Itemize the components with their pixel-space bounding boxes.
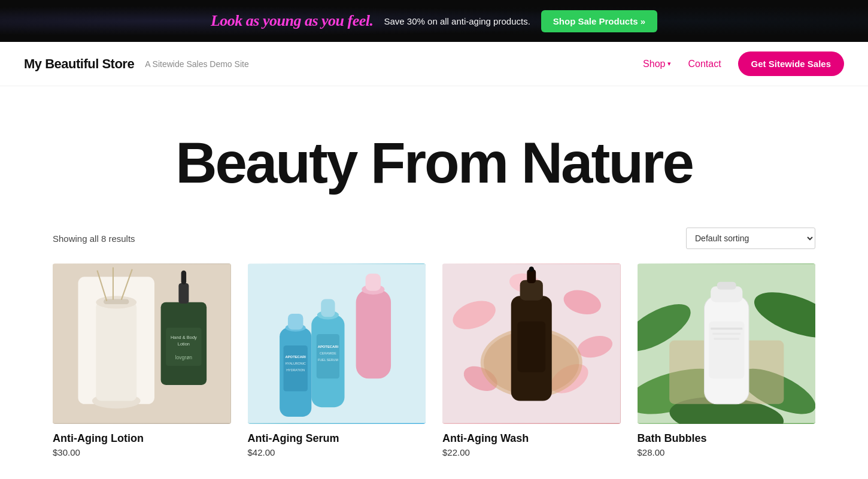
shop-label: Shop [643,59,665,69]
nav-shop-link[interactable]: Shop ▾ [643,59,671,69]
get-sitewide-sales-button[interactable]: Get Sitewide Sales [738,51,844,76]
product-card[interactable]: APOTECARI CERAMIDE FUEL SERUM APOTECARI … [248,263,426,457]
product-card[interactable]: Hand & Body Lotion lovgrøn Anti-Aging Lo… [53,263,231,457]
product-image-wash [442,263,621,424]
product-name: Anti-Aging Wash [442,432,621,445]
product-image-serum: APOTECARI CERAMIDE FUEL SERUM APOTECARI … [248,263,426,424]
product-name: Anti-Aging Lotion [53,432,231,445]
svg-text:FUEL SERUM: FUEL SERUM [317,358,338,362]
nav-contact-link[interactable]: Contact [688,59,721,69]
product-card[interactable]: Anti-Aging Wash$22.00 [442,263,621,457]
svg-rect-47 [517,322,545,372]
svg-rect-5 [104,299,129,305]
product-name: Anti-Aging Serum [248,432,426,445]
chevron-down-icon: ▾ [667,60,671,68]
banner-text: Save 30% on all anti-aging products. [384,16,530,26]
products-section: Showing all 8 results Default sortingSor… [0,216,868,479]
svg-rect-61 [712,333,740,335]
promo-banner: Look as young as you feel. Save 30% on a… [0,0,868,42]
svg-rect-3 [96,302,136,401]
svg-rect-22 [321,299,335,317]
product-price: $30.00 [53,447,231,457]
product-card[interactable]: Bath Bubbles$28.00 [638,263,816,457]
product-price: $42.00 [248,447,426,457]
products-toolbar: Showing all 8 results Default sortingSor… [53,228,815,249]
svg-rect-8 [181,271,187,284]
product-name: Bath Bubbles [638,432,816,445]
svg-rect-19 [365,274,381,291]
store-subtitle: A Sitewide Sales Demo Site [145,59,249,69]
svg-text:CERAMIDE: CERAMIDE [319,351,336,355]
store-name: My Beautiful Store [24,56,134,72]
hero-section: Beauty From Nature [0,86,868,216]
svg-text:APOTECARI: APOTECARI [317,345,338,348]
product-price: $22.00 [442,447,621,457]
svg-rect-58 [717,282,736,290]
svg-rect-60 [711,328,742,329]
svg-rect-29 [287,314,303,330]
svg-point-46 [529,266,535,272]
product-price: $28.00 [638,447,816,457]
site-header: My Beautiful Store A Sitewide Sales Demo… [0,42,868,86]
svg-rect-62 [714,338,739,339]
main-nav: Shop ▾ Contact Get Sitewide Sales [643,51,844,76]
svg-rect-59 [709,322,745,379]
svg-text:APOTECARI: APOTECARI [285,355,306,359]
results-count: Showing all 8 results [53,234,135,244]
svg-rect-7 [178,283,189,304]
header-left: My Beautiful Store A Sitewide Sales Demo… [24,56,249,72]
banner-tagline: Look as young as you feel. [211,12,374,30]
svg-text:lovgrøn: lovgrøn [175,354,193,360]
sort-select[interactable]: Default sortingSort by popularitySort by… [686,228,815,249]
svg-rect-17 [356,290,390,379]
svg-text:Hand & Body: Hand & Body [171,335,197,340]
products-grid: Hand & Body Lotion lovgrøn Anti-Aging Lo… [53,263,815,457]
svg-text:HYDRATION: HYDRATION [286,368,305,372]
svg-text:HYALURONIC: HYALURONIC [285,362,306,365]
svg-rect-23 [316,334,339,378]
product-image-lotion: Hand & Body Lotion lovgrøn [53,263,231,424]
svg-text:Lotion: Lotion [178,341,190,347]
hero-title: Beauty From Nature [24,134,844,192]
shop-sale-button[interactable]: Shop Sale Products » [541,10,657,32]
product-image-bubbles [638,263,816,424]
